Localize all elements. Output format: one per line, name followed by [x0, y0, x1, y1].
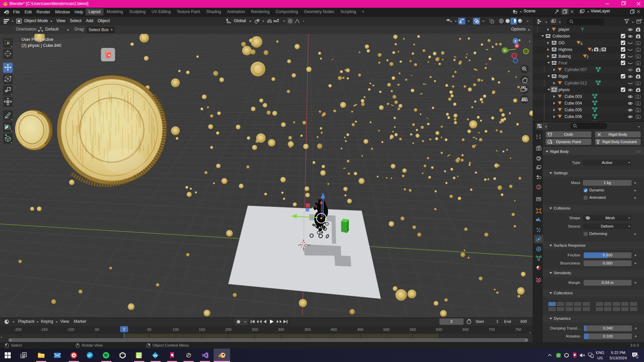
- svg-text:Y: Y: [504, 49, 506, 52]
- svg-text:Dv: Dv: [154, 354, 157, 357]
- svg-text:X: X: [516, 44, 518, 48]
- svg-text:1: 1: [637, 356, 638, 358]
- svg-text:Z: Z: [515, 39, 517, 43]
